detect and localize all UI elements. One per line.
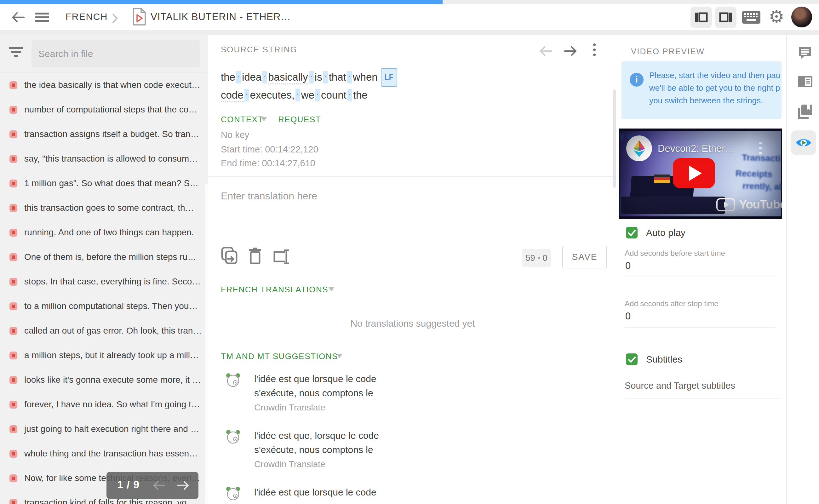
video-title[interactable]: Devcon2: Ether… xyxy=(658,143,735,154)
chevron-right-icon xyxy=(111,12,119,24)
string-list-item-text: forever, I have no idea. So what I'm goi… xyxy=(24,399,201,409)
space-marker xyxy=(236,71,241,83)
word-count: 59 xyxy=(525,253,535,263)
string-list-item[interactable]: just going to halt execution right there… xyxy=(0,417,208,441)
next-string-icon[interactable] xyxy=(564,44,578,58)
sidebar-scrollbar[interactable] xyxy=(205,184,208,504)
video-preview-label: VIDEO PREVIEW xyxy=(631,47,705,56)
tm-suggestion[interactable]: l'idée est que lorsque le code s'exécute… xyxy=(226,372,604,413)
context-info-icon[interactable] xyxy=(798,76,813,88)
file-title: VITALIK BUTERIN - ETHER… xyxy=(151,11,291,23)
preview-eye-button[interactable] xyxy=(791,130,816,155)
previous-string-icon[interactable] xyxy=(538,44,553,58)
autoplay-checkbox[interactable] xyxy=(626,227,638,238)
back-arrow-icon[interactable] xyxy=(11,10,25,24)
crowdin-translate-icon xyxy=(226,373,240,387)
youtube-logo-text: YouTube xyxy=(739,198,782,211)
breadcrumb-project[interactable]: FRENCH xyxy=(66,11,108,22)
user-avatar[interactable] xyxy=(791,7,812,27)
string-list-item[interactable]: the idea basically is that when code exe… xyxy=(0,73,208,97)
layout-left-panel-toggle[interactable] xyxy=(690,7,712,28)
string-list-item[interactable]: this transaction goes to some contract, … xyxy=(0,196,208,220)
before-start-input[interactable] xyxy=(625,260,775,277)
string-list-item[interactable]: running. And one of two things can happe… xyxy=(0,220,208,245)
request-context-link[interactable]: REQUEST xyxy=(278,115,321,124)
layout-right-panel-toggle[interactable] xyxy=(715,7,736,28)
string-list-item-text: One of them is, before the million steps… xyxy=(24,252,201,262)
context-dropdown[interactable]: CONTEXT xyxy=(221,115,263,124)
comments-icon[interactable] xyxy=(798,46,812,60)
suggestion-body: l'idée est que lorsque le code xyxy=(254,485,409,502)
source-word: when xyxy=(353,71,378,83)
youtube-logo-icon xyxy=(716,198,735,211)
string-list-item[interactable]: called an out of gas error. Oh look, thi… xyxy=(0,318,208,343)
untranslated-status-icon xyxy=(9,81,17,89)
crowdin-editor-screen: FRENCH VITALIK BUTERIN - ETHER… xyxy=(0,0,819,504)
subtitles-mode-select[interactable]: Source and Target subtitles xyxy=(625,381,735,391)
next-page-icon[interactable] xyxy=(176,479,190,492)
suggestion-text: l'idée est que, lorsque le code s'exécut… xyxy=(254,428,409,457)
glossary-icon[interactable] xyxy=(797,104,812,120)
page-navigator: 1 / 9 xyxy=(106,472,198,499)
source-word: that xyxy=(329,71,346,83)
subtitles-checkbox[interactable] xyxy=(626,353,638,365)
video-menu-icon[interactable] xyxy=(759,142,762,157)
space-marker xyxy=(295,89,300,101)
string-list-item[interactable]: whole thing and the transaction has esse… xyxy=(0,441,208,466)
save-button[interactable]: SAVE xyxy=(562,246,607,268)
clear-formatting-icon[interactable] xyxy=(272,249,290,264)
page-indicator: 1 / 9 xyxy=(117,478,140,491)
string-list-item[interactable]: transaction assigns itself a budget. So … xyxy=(0,122,208,146)
delete-translation-icon[interactable] xyxy=(248,248,262,265)
string-list-item[interactable]: 1 million gas". So what does that mean? … xyxy=(0,171,208,196)
string-list-item[interactable]: One of them is, before the million steps… xyxy=(0,245,208,269)
string-list-item-text: number of computational steps that the c… xyxy=(24,105,201,115)
thumbnail-screen-text: rrently, all xyxy=(742,181,782,192)
strings-sidebar: the idea basically is that when code exe… xyxy=(0,35,208,504)
editor-scrollbar[interactable] xyxy=(613,89,616,188)
string-list-item[interactable]: to a million computational steps. Then y… xyxy=(0,294,208,318)
search-input[interactable] xyxy=(31,40,200,67)
copy-source-icon[interactable] xyxy=(221,246,238,265)
string-list-item[interactable]: a million steps, but it already took up … xyxy=(0,343,208,368)
untranslated-status-icon xyxy=(9,474,17,482)
string-list-item[interactable]: looks like it's gonna execute some more,… xyxy=(0,368,208,392)
divider xyxy=(625,398,781,399)
translations-section-header[interactable]: FRENCH TRANSLATIONS xyxy=(221,285,328,295)
divider xyxy=(208,275,617,275)
filter-icon[interactable] xyxy=(9,47,23,60)
youtube-logo[interactable]: YouTube xyxy=(716,198,782,211)
tm-suggestion[interactable]: l'idée est que, lorsque le code s'exécut… xyxy=(226,428,604,469)
crowdin-translate-icon xyxy=(226,430,240,444)
space-marker xyxy=(315,89,320,101)
string-list-item-text: looks like it's gonna execute some more,… xyxy=(24,375,201,385)
string-key-info: No key xyxy=(221,130,249,140)
string-list-item[interactable]: stops. In that case, everything is fine.… xyxy=(0,269,208,294)
untranslated-status-icon xyxy=(9,450,17,458)
string-menu-icon[interactable] xyxy=(593,43,596,59)
tm-suggestion[interactable]: l'idée est que lorsque le code xyxy=(226,485,604,502)
youtube-play-button[interactable] xyxy=(673,158,715,188)
settings-gear-icon[interactable]: ⚙ xyxy=(769,5,784,28)
after-stop-input[interactable] xyxy=(625,311,775,328)
prev-page-icon[interactable] xyxy=(152,479,166,492)
string-list-item-text: to a million computational steps. Then y… xyxy=(24,301,201,311)
no-translations-message: No translations suggested yet xyxy=(208,318,617,329)
counter-dot xyxy=(538,257,540,259)
video-file-icon xyxy=(132,7,147,26)
keyboard-shortcuts-icon[interactable] xyxy=(742,11,760,24)
translation-input[interactable] xyxy=(221,190,602,241)
hamburger-menu-icon[interactable] xyxy=(35,13,49,22)
start-time-info: Start time: 00:14:22,120 xyxy=(221,144,318,155)
tm-section-header[interactable]: TM AND MT SUGGESTIONS xyxy=(221,352,338,361)
space-marker xyxy=(244,89,249,101)
string-list-item[interactable]: forever, I have no idea. So what I'm goi… xyxy=(0,392,208,417)
string-list-item[interactable]: say, "this transaction is allowed to con… xyxy=(0,146,208,171)
string-list-item[interactable]: number of computational steps that the c… xyxy=(0,97,208,122)
suggestion-provider: Crowdin Translate xyxy=(254,403,409,413)
source-word: count xyxy=(321,89,347,101)
string-list-item-text: running. And one of two things can happe… xyxy=(24,227,201,238)
string-list-item-text: say, "this transaction is allowed to con… xyxy=(24,154,201,164)
youtube-player[interactable]: TransactiReceiptsrrently, ally and s Dev… xyxy=(619,129,782,219)
tm-caret-icon xyxy=(337,354,342,358)
